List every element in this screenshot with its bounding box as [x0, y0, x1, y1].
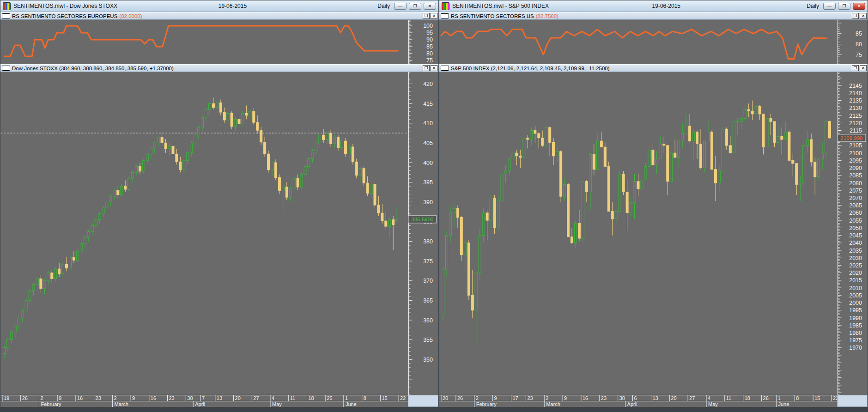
svg-text:2060: 2060 — [849, 210, 862, 216]
window-sp500-index: SENTIMENTOS.mwl - S&P 500 INDEX 19-06-20… — [439, 0, 868, 407]
svg-text:95: 95 — [426, 30, 433, 36]
svg-text:2095: 2095 — [849, 158, 862, 164]
svg-text:18: 18 — [309, 395, 314, 401]
main-panel-header: Dow Jones STOXX (384.960, 388.860, 384.8… — [0, 64, 438, 72]
svg-text:16: 16 — [583, 395, 588, 401]
app-icon — [442, 2, 449, 10]
svg-text:1985: 1985 — [849, 322, 862, 329]
panel-close-button[interactable]: ✕ — [860, 13, 867, 19]
svg-text:25: 25 — [327, 395, 332, 401]
svg-text:2045: 2045 — [849, 232, 862, 239]
panel-close-button[interactable]: ✕ — [431, 13, 437, 19]
svg-text:395: 395 — [423, 179, 433, 186]
panel-close-button[interactable]: ✕ — [860, 65, 867, 71]
panel-restore-button[interactable]: ❐ — [852, 13, 859, 19]
panel-restore-button[interactable]: ❐ — [423, 13, 430, 19]
close-button[interactable]: ✕ — [424, 3, 436, 10]
svg-text:22: 22 — [400, 395, 406, 401]
collapse-icon[interactable] — [2, 13, 10, 18]
svg-text:1: 1 — [345, 395, 348, 401]
periodicity-label: Daily — [807, 3, 819, 9]
svg-text:20: 20 — [235, 395, 241, 401]
indicator-chart[interactable] — [439, 20, 837, 64]
svg-text:2135: 2135 — [849, 97, 862, 104]
svg-text:18: 18 — [745, 395, 750, 401]
svg-text:4: 4 — [272, 395, 274, 401]
window-title: SENTIMENTOS.mwl - Dow Jones STOXX — [13, 3, 117, 9]
svg-text:85: 85 — [426, 43, 433, 50]
price-y-axis: 2145214021352130212521202115211021052100… — [837, 72, 868, 395]
svg-text:13: 13 — [652, 395, 658, 401]
svg-text:1975: 1975 — [849, 337, 862, 344]
svg-text:9: 9 — [494, 395, 497, 401]
svg-text:May: May — [708, 401, 718, 407]
svg-text:2120: 2120 — [849, 120, 862, 127]
workspace: SENTIMENTOS.mwl - Dow Jones STOXX 19-06-… — [0, 0, 868, 412]
svg-text:400: 400 — [423, 160, 433, 166]
candlestick-chart[interactable] — [0, 72, 408, 395]
svg-text:2065: 2065 — [849, 202, 862, 209]
indicator-y-axis: 858075 — [837, 20, 868, 64]
restore-button[interactable]: ❐ — [838, 3, 850, 10]
svg-text:23: 23 — [601, 395, 607, 401]
svg-text:2: 2 — [41, 395, 43, 401]
svg-text:February: February — [41, 401, 62, 407]
close-button[interactable]: ✕ — [853, 3, 865, 10]
titlebar[interactable]: SENTIMENTOS.mwl - S&P 500 INDEX 19-06-20… — [439, 0, 868, 12]
minimize-button[interactable]: — — [823, 3, 836, 10]
titlebar-date: 19-06-2015 — [652, 3, 680, 9]
svg-text:16: 16 — [77, 395, 83, 401]
svg-text:2075: 2075 — [849, 188, 862, 194]
axis-corner — [837, 395, 868, 407]
svg-text:415: 415 — [423, 101, 433, 107]
collapse-icon[interactable] — [2, 66, 10, 71]
axis-corner — [408, 395, 438, 407]
svg-text:March: March — [546, 401, 560, 407]
svg-text:22: 22 — [833, 395, 837, 401]
minimize-button[interactable]: — — [394, 3, 407, 10]
indicator-panel-header: RS SENTIMENTO SECTORES US (82.7500) ❐ ✕ — [439, 12, 868, 20]
svg-text:405: 405 — [423, 140, 433, 146]
svg-text:2090: 2090 — [849, 165, 862, 171]
indicator-chart[interactable] — [0, 20, 408, 64]
svg-text:9: 9 — [132, 395, 135, 401]
svg-text:27: 27 — [689, 395, 695, 401]
svg-text:16: 16 — [151, 395, 156, 401]
svg-text:380: 380 — [423, 238, 433, 245]
date-x-axis: 19262916232916233071320274111825181522Fe… — [0, 395, 408, 407]
indicator-panel-header: RS SENTIMENTO SECTORES EUROPEUS (82.0000… — [0, 12, 438, 20]
svg-text:2055: 2055 — [849, 218, 862, 224]
titlebar[interactable]: SENTIMENTOS.mwl - Dow Jones STOXX 19-06-… — [0, 0, 438, 12]
svg-text:1980: 1980 — [849, 330, 862, 336]
restore-button[interactable]: ❐ — [409, 3, 421, 10]
svg-text:2: 2 — [114, 395, 116, 401]
svg-text:9: 9 — [59, 395, 61, 401]
svg-text:80: 80 — [426, 50, 433, 57]
periodicity-label: Daily — [377, 3, 390, 9]
svg-text:6: 6 — [634, 395, 637, 401]
svg-text:390: 390 — [423, 199, 433, 206]
panel-restore-button[interactable]: ❐ — [852, 65, 859, 71]
svg-text:23: 23 — [169, 395, 175, 401]
indicator-name: RS SENTIMENTO SECTORES EUROPEUS — [12, 13, 117, 19]
svg-text:2100: 2100 — [849, 150, 862, 157]
svg-text:26: 26 — [22, 395, 28, 401]
svg-text:2125: 2125 — [849, 113, 862, 119]
svg-text:2085: 2085 — [849, 172, 862, 179]
svg-text:June: June — [346, 401, 357, 407]
collapse-icon[interactable] — [441, 13, 449, 18]
panel-close-button[interactable]: ✕ — [431, 65, 437, 71]
svg-text:2080: 2080 — [849, 180, 862, 187]
svg-text:85: 85 — [856, 30, 862, 37]
candlestick-chart[interactable] — [439, 72, 837, 395]
svg-text:2040: 2040 — [849, 240, 862, 246]
svg-text:20: 20 — [443, 395, 448, 401]
date-x-axis: 20262917232916233061320274111826181522Fe… — [439, 395, 837, 407]
svg-text:350: 350 — [423, 357, 433, 363]
price-y-axis: 4204154104054003953903853803753703653603… — [408, 72, 438, 395]
panel-restore-button[interactable]: ❐ — [423, 65, 430, 71]
svg-text:2020: 2020 — [849, 270, 862, 276]
svg-text:360: 360 — [423, 317, 433, 324]
collapse-icon[interactable] — [441, 66, 449, 71]
main-panel-header: S&P 500 INDEX (2,121.06, 2,121.64, 2,109… — [439, 64, 868, 72]
